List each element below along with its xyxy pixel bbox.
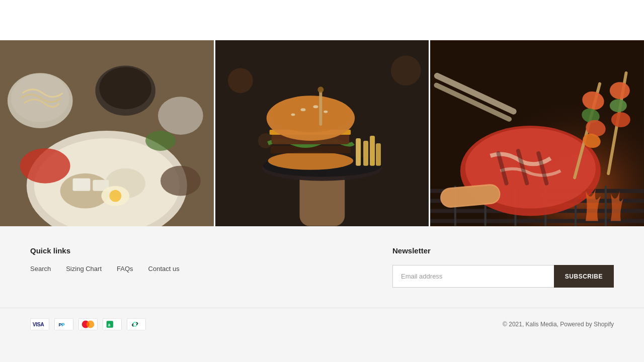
- hero-image-grid: [0, 40, 644, 226]
- burger-illustration: [215, 40, 429, 226]
- email-input[interactable]: [392, 265, 554, 288]
- svg-point-35: [270, 97, 351, 132]
- food-image-panel-1: [0, 40, 215, 226]
- footer-bottom: VISA P P a: [0, 308, 644, 340]
- mastercard-payment-icon: [78, 318, 98, 330]
- quick-links-section: Quick links Search Sizing Chart FAQs Con…: [30, 246, 392, 273]
- paypal-payment-icon: P P: [54, 318, 73, 330]
- newsletter-section: Newsletter SUBSCRIBE: [392, 246, 614, 288]
- affirm-payment-icon: a: [103, 318, 122, 330]
- svg-text:VISA: VISA: [33, 322, 44, 327]
- quick-link-contact-us[interactable]: Contact us: [148, 265, 180, 273]
- svg-rect-27: [363, 141, 368, 166]
- newsletter-title: Newsletter: [392, 246, 614, 255]
- svg-rect-6: [73, 178, 91, 191]
- svg-rect-26: [356, 138, 361, 166]
- svg-point-16: [145, 131, 176, 151]
- svg-point-37: [313, 105, 318, 108]
- food-image-panel-2: [215, 40, 431, 226]
- svg-point-38: [291, 114, 295, 116]
- quick-links-nav: Search Sizing Chart FAQs Contact us: [30, 265, 392, 273]
- svg-point-9: [109, 190, 121, 202]
- svg-point-20: [228, 68, 253, 93]
- copyright-text: © 2021, Kalis Media, Powered by Shopify: [503, 321, 614, 328]
- quick-link-sizing-chart[interactable]: Sizing Chart: [66, 265, 102, 273]
- svg-point-30: [268, 152, 353, 170]
- svg-point-14: [158, 97, 203, 135]
- subscribe-button[interactable]: SUBSCRIBE: [554, 265, 614, 288]
- payment-icons: VISA P P a: [30, 318, 146, 330]
- newsletter-form: SUBSCRIBE: [392, 265, 614, 288]
- footer-main: Quick links Search Sizing Chart FAQs Con…: [0, 226, 644, 308]
- svg-point-41: [317, 86, 324, 93]
- visa-payment-icon: VISA: [30, 318, 49, 330]
- quick-link-faqs[interactable]: FAQs: [117, 265, 133, 273]
- svg-rect-29: [376, 143, 381, 166]
- quick-link-search[interactable]: Search: [30, 265, 51, 273]
- svg-point-68: [610, 82, 630, 99]
- quick-links-title: Quick links: [30, 246, 392, 255]
- svg-rect-40: [319, 90, 322, 126]
- svg-point-69: [610, 99, 627, 112]
- svg-text:a: a: [108, 322, 110, 327]
- svg-point-36: [300, 108, 305, 111]
- page-header-spacer: [0, 0, 644, 40]
- svg-point-15: [20, 148, 70, 184]
- food-image-panel-3: [430, 40, 644, 226]
- afterpay-payment-icon: [127, 318, 146, 330]
- svg-text:P: P: [61, 322, 64, 327]
- svg-rect-28: [370, 136, 375, 166]
- svg-point-70: [611, 112, 630, 127]
- svg-rect-84: [127, 319, 145, 330]
- bbq-illustration: [430, 40, 644, 226]
- svg-point-13: [99, 67, 151, 109]
- svg-point-21: [391, 55, 421, 85]
- korean-food-illustration: [0, 40, 214, 226]
- svg-point-17: [160, 166, 201, 196]
- svg-point-39: [324, 111, 328, 113]
